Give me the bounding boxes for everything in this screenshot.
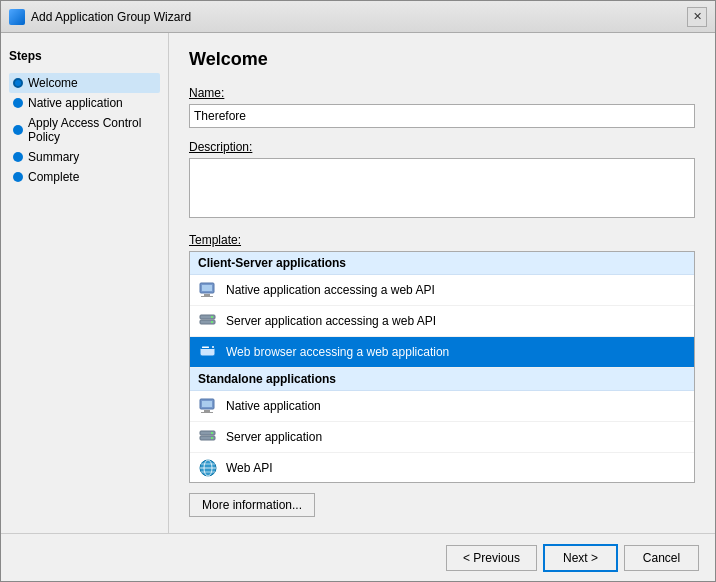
server-web-api-icon bbox=[198, 311, 218, 331]
next-button[interactable]: Next > bbox=[543, 544, 618, 572]
svg-rect-14 bbox=[204, 410, 210, 412]
sidebar-item-label-complete: Complete bbox=[28, 170, 79, 184]
template-item-web-api[interactable]: Web API bbox=[190, 453, 694, 483]
cancel-button[interactable]: Cancel bbox=[624, 545, 699, 571]
svg-point-6 bbox=[211, 316, 213, 318]
dot-summary bbox=[13, 152, 23, 162]
wizard-window: Add Application Group Wizard ✕ Steps Wel… bbox=[0, 0, 716, 582]
svg-rect-1 bbox=[202, 285, 212, 291]
title-bar-text: Add Application Group Wizard bbox=[31, 10, 191, 24]
sidebar-item-complete[interactable]: Complete bbox=[9, 167, 160, 187]
svg-rect-10 bbox=[202, 347, 209, 349]
template-item-native-standalone[interactable]: Native application bbox=[190, 391, 694, 422]
svg-point-19 bbox=[211, 437, 213, 439]
template-item-label-server-web-api: Server application accessing a web API bbox=[226, 314, 436, 328]
content-area: Steps Welcome Native application Apply A… bbox=[1, 33, 715, 533]
svg-point-18 bbox=[211, 432, 213, 434]
sidebar-item-label-summary: Summary bbox=[28, 150, 79, 164]
sidebar: Steps Welcome Native application Apply A… bbox=[1, 33, 169, 533]
close-button[interactable]: ✕ bbox=[687, 7, 707, 27]
template-container: Client-Server applications Native applic… bbox=[189, 251, 695, 483]
wizard-icon bbox=[9, 9, 25, 25]
template-item-label-web-browser: Web browser accessing a web application bbox=[226, 345, 449, 359]
title-bar-left: Add Application Group Wizard bbox=[9, 9, 191, 25]
svg-rect-15 bbox=[201, 412, 213, 413]
sidebar-item-label-access: Apply Access Control Policy bbox=[28, 116, 156, 144]
client-server-header: Client-Server applications bbox=[190, 252, 694, 275]
sidebar-item-label-native: Native application bbox=[28, 96, 123, 110]
template-label: Template: bbox=[189, 233, 695, 247]
standalone-header: Standalone applications bbox=[190, 368, 694, 391]
server-standalone-icon bbox=[198, 427, 218, 447]
name-input[interactable] bbox=[189, 104, 695, 128]
web-browser-icon bbox=[198, 342, 218, 362]
svg-rect-2 bbox=[204, 294, 210, 296]
dot-welcome bbox=[13, 78, 23, 88]
template-item-label-web-api: Web API bbox=[226, 461, 272, 475]
svg-point-11 bbox=[212, 346, 214, 348]
sidebar-item-summary[interactable]: Summary bbox=[9, 147, 160, 167]
sidebar-item-label-welcome: Welcome bbox=[28, 76, 78, 90]
main-content: Welcome Name: Description: Template: Cli… bbox=[169, 33, 715, 533]
web-api-icon bbox=[198, 458, 218, 478]
page-title: Welcome bbox=[189, 49, 695, 70]
svg-rect-13 bbox=[202, 401, 212, 407]
template-item-native-web-api[interactable]: Native application accessing a web API bbox=[190, 275, 694, 306]
name-field-group: Name: bbox=[189, 86, 695, 128]
template-item-server-standalone[interactable]: Server application bbox=[190, 422, 694, 453]
svg-rect-3 bbox=[201, 296, 213, 297]
template-item-web-browser[interactable]: Web browser accessing a web application bbox=[190, 337, 694, 368]
previous-button[interactable]: < Previous bbox=[446, 545, 537, 571]
sidebar-title: Steps bbox=[9, 49, 160, 63]
footer: < Previous Next > Cancel bbox=[1, 533, 715, 581]
name-label: Name: bbox=[189, 86, 695, 100]
svg-point-7 bbox=[211, 321, 213, 323]
sidebar-item-native-application[interactable]: Native application bbox=[9, 93, 160, 113]
dot-complete bbox=[13, 172, 23, 182]
sidebar-item-apply-access[interactable]: Apply Access Control Policy bbox=[9, 113, 160, 147]
description-field-group: Description: bbox=[189, 140, 695, 221]
description-input[interactable] bbox=[189, 158, 695, 218]
sidebar-item-welcome[interactable]: Welcome bbox=[9, 73, 160, 93]
title-bar: Add Application Group Wizard ✕ bbox=[1, 1, 715, 33]
description-label: Description: bbox=[189, 140, 695, 154]
template-item-label-native-web-api: Native application accessing a web API bbox=[226, 283, 435, 297]
template-item-label-server-standalone: Server application bbox=[226, 430, 322, 444]
more-info-button[interactable]: More information... bbox=[189, 493, 315, 517]
native-web-api-icon bbox=[198, 280, 218, 300]
template-item-label-native-standalone: Native application bbox=[226, 399, 321, 413]
template-item-server-web-api[interactable]: Server application accessing a web API bbox=[190, 306, 694, 337]
dot-access bbox=[13, 125, 23, 135]
native-standalone-icon bbox=[198, 396, 218, 416]
dot-native bbox=[13, 98, 23, 108]
